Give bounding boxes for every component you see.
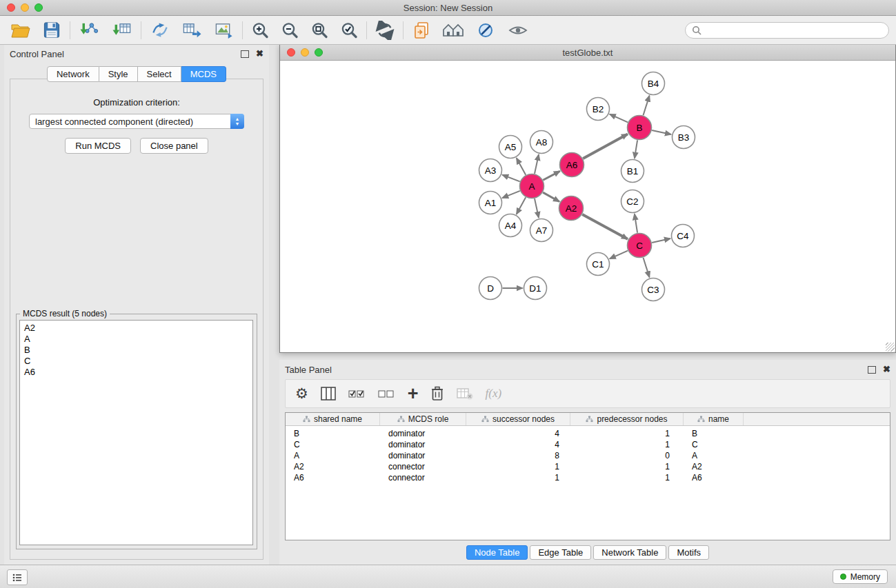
minimize-network-window-button[interactable] bbox=[301, 48, 309, 57]
result-item[interactable]: A bbox=[24, 334, 248, 345]
fullscreen-window-button[interactable] bbox=[34, 3, 43, 12]
edge-A6-B[interactable] bbox=[583, 134, 628, 159]
table-panel-tabs: Node TableEdge TableNetwork TableMotifs bbox=[279, 545, 896, 560]
function-builder-icon[interactable]: f(x) bbox=[486, 387, 502, 401]
cell-successor-nodes: 1 bbox=[466, 462, 570, 472]
export-image-icon[interactable] bbox=[213, 21, 234, 39]
table-tab-motifs[interactable]: Motifs bbox=[668, 545, 709, 560]
delete-column-icon[interactable] bbox=[430, 385, 444, 402]
result-item[interactable]: B bbox=[24, 345, 248, 356]
close-panel-icon[interactable]: ✖ bbox=[256, 50, 263, 57]
dropdown-stepper-icon[interactable]: ▲▼ bbox=[230, 114, 244, 129]
column-header-shared-name[interactable]: shared name bbox=[286, 413, 380, 425]
close-window-button[interactable] bbox=[7, 3, 15, 12]
node-label-C2: C2 bbox=[626, 196, 638, 207]
close-table-panel-icon[interactable]: ✖ bbox=[883, 366, 890, 373]
control-tab-style[interactable]: Style bbox=[99, 66, 138, 82]
mcds-result-list[interactable]: A2ABCA6 bbox=[19, 320, 253, 545]
search-input[interactable] bbox=[705, 23, 888, 37]
list-icon bbox=[12, 574, 22, 582]
zoom-out-icon[interactable] bbox=[281, 21, 299, 39]
network-canvas[interactable]: B4B2BB3A5A8A6A3B1AC2A1A2A4A7C4CC1C3DD1 bbox=[280, 61, 895, 352]
close-panel-button[interactable]: Close panel bbox=[140, 138, 208, 154]
float-table-panel-icon[interactable] bbox=[868, 366, 876, 374]
edge-A-A2[interactable] bbox=[543, 192, 559, 201]
edge-C-C2[interactable] bbox=[635, 214, 637, 232]
gear-icon[interactable]: ⚙ bbox=[295, 387, 308, 401]
node-label-A6: A6 bbox=[566, 160, 578, 170]
edge-A-A7[interactable] bbox=[535, 199, 539, 218]
result-item[interactable]: A6 bbox=[24, 367, 248, 378]
float-panel-icon[interactable] bbox=[241, 50, 249, 58]
column-header-successor-nodes[interactable]: successor nodes bbox=[466, 413, 570, 425]
table-tab-edge-table[interactable]: Edge Table bbox=[530, 545, 591, 560]
result-item[interactable]: A2 bbox=[24, 323, 248, 334]
refresh-icon[interactable] bbox=[375, 21, 395, 40]
edge-A-A4[interactable] bbox=[517, 197, 526, 214]
edge-B-B1[interactable] bbox=[635, 140, 637, 158]
node-label-A: A bbox=[528, 181, 535, 192]
edge-B-B4[interactable] bbox=[644, 96, 650, 116]
edge-A-A3[interactable] bbox=[502, 175, 519, 182]
houses-icon[interactable] bbox=[441, 21, 465, 39]
control-panel-header: Control Panel ✖ bbox=[4, 44, 269, 62]
edge-A-A8[interactable] bbox=[535, 154, 539, 174]
table-row[interactable]: A6connector11A6 bbox=[286, 472, 890, 483]
show-columns-icon[interactable] bbox=[320, 386, 337, 401]
node-label-A1: A1 bbox=[485, 198, 497, 208]
node-label-B1: B1 bbox=[627, 166, 639, 176]
table-tab-node-table[interactable]: Node Table bbox=[466, 545, 528, 560]
zoom-network-window-button[interactable] bbox=[315, 48, 323, 57]
column-header-predecessor-nodes[interactable]: predecessor nodes bbox=[570, 413, 684, 425]
control-tab-mcds[interactable]: MCDS bbox=[181, 66, 226, 82]
save-session-icon[interactable] bbox=[42, 21, 61, 39]
edge-C-C1[interactable] bbox=[610, 251, 628, 259]
table-row[interactable]: Bdominator41B bbox=[286, 428, 890, 439]
edge-B-B2[interactable] bbox=[610, 114, 628, 123]
close-network-window-button[interactable] bbox=[287, 48, 295, 57]
toolbar-separator bbox=[70, 21, 70, 39]
edge-A-A6[interactable] bbox=[543, 171, 560, 180]
table-row[interactable]: Adominator80A bbox=[286, 450, 890, 461]
table-row[interactable]: Cdominator41C bbox=[286, 439, 890, 450]
result-item[interactable]: C bbox=[24, 356, 248, 367]
table-tab-network-table[interactable]: Network Table bbox=[593, 545, 666, 560]
edge-C-C4[interactable] bbox=[652, 239, 670, 243]
open-session-icon[interactable] bbox=[10, 21, 30, 39]
criterion-dropdown[interactable]: largest connected component (directed) ▲… bbox=[29, 114, 244, 129]
zoom-selected-icon[interactable] bbox=[340, 21, 358, 39]
control-panel: Control Panel ✖ NetworkStyleSelectMCDS O… bbox=[4, 44, 269, 565]
edge-A2-C[interactable] bbox=[582, 214, 628, 239]
edge-C-C3[interactable] bbox=[644, 258, 650, 278]
cell-predecessor-nodes: 1 bbox=[570, 473, 684, 483]
node-label-B: B bbox=[636, 123, 642, 133]
edge-A-A5[interactable] bbox=[517, 158, 526, 174]
edge-A-A1[interactable] bbox=[502, 191, 520, 198]
column-header-mcds-role[interactable]: MCDS role bbox=[380, 413, 466, 425]
control-tab-network[interactable]: Network bbox=[47, 66, 99, 82]
resize-grip[interactable] bbox=[886, 343, 895, 352]
memory-button[interactable]: Memory bbox=[833, 569, 888, 584]
select-all-columns-icon[interactable] bbox=[348, 387, 366, 401]
minimize-window-button[interactable] bbox=[21, 3, 29, 12]
unselect-all-columns-icon[interactable] bbox=[378, 387, 396, 401]
annotation-icon[interactable] bbox=[477, 21, 496, 40]
import-network-icon[interactable] bbox=[79, 21, 99, 39]
table-panel: Table Panel ✖ ⚙ + bbox=[279, 360, 896, 565]
run-mcds-button[interactable]: Run MCDS bbox=[65, 138, 131, 154]
column-header-name[interactable]: name bbox=[684, 413, 744, 425]
control-tab-select[interactable]: Select bbox=[138, 66, 181, 82]
create-column-icon[interactable]: + bbox=[408, 386, 419, 401]
edge-B-B3[interactable] bbox=[652, 130, 671, 134]
cell-mcds-role: connector bbox=[380, 473, 466, 483]
export-table-icon[interactable] bbox=[181, 21, 202, 39]
eye-icon[interactable] bbox=[508, 21, 528, 39]
export-network-icon[interactable] bbox=[150, 21, 170, 39]
network-window-titlebar: testGlobe.txt bbox=[280, 45, 895, 61]
copy-document-icon[interactable] bbox=[412, 21, 431, 40]
table-row[interactable]: A2connector11A2 bbox=[286, 461, 890, 472]
zoom-fit-icon[interactable] bbox=[310, 21, 328, 39]
import-table-icon[interactable] bbox=[112, 21, 132, 39]
show-panel-button[interactable] bbox=[7, 569, 28, 585]
zoom-in-icon[interactable] bbox=[251, 21, 269, 39]
